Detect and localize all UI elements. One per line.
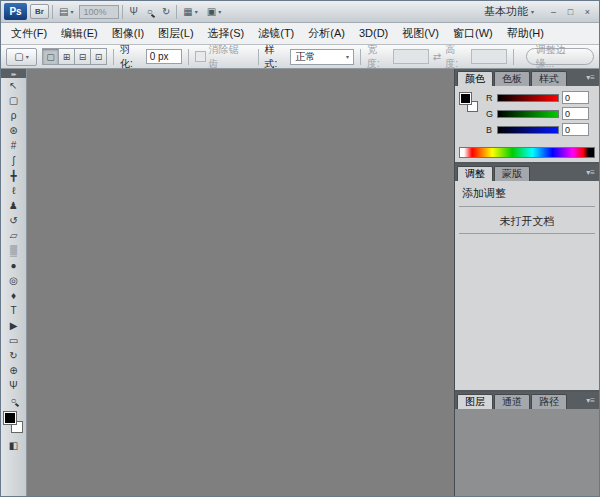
tool-eyedropper[interactable]: ʃ: [1, 153, 26, 168]
menu-item-edit[interactable]: 编辑(E): [54, 23, 105, 44]
menu-item-file[interactable]: 文件(F): [4, 23, 54, 44]
green-slider-row: G 0: [486, 107, 589, 120]
3d-rotate-tool-icon: ↻: [9, 351, 17, 361]
red-channel-label: R: [486, 93, 494, 103]
style-select[interactable]: 正常 ▾: [290, 49, 354, 65]
close-button[interactable]: ×: [581, 6, 594, 18]
maximize-button[interactable]: □: [564, 6, 577, 18]
blue-value-input[interactable]: 0: [562, 123, 589, 136]
history-brush-tool-icon: ↺: [9, 216, 17, 226]
zoom-tool-button[interactable]: ○: [144, 4, 156, 20]
tool-path-selection[interactable]: ▶: [1, 318, 26, 333]
tool-rectangular-marquee[interactable]: ▢: [1, 93, 26, 108]
color-swatch-widget: [459, 92, 483, 116]
tools-panel-header[interactable]: ▸▸: [1, 69, 26, 78]
height-label: 高度:: [445, 43, 468, 71]
separator: [513, 49, 514, 65]
tool-move[interactable]: ↖: [1, 78, 26, 93]
launch-bridge-button[interactable]: Br: [30, 4, 49, 19]
separator: [258, 49, 259, 65]
red-value-input[interactable]: 0: [562, 91, 589, 104]
panel-menu-icon[interactable]: ▾≡: [586, 73, 595, 82]
tab-masks[interactable]: 蒙版: [494, 166, 530, 181]
zoom-level-field[interactable]: 100%: [79, 5, 119, 19]
intersect-selection-button[interactable]: ⊡: [90, 48, 107, 65]
path-selection-tool-icon: ▶: [10, 321, 18, 331]
menu-item-analysis[interactable]: 分析(A): [301, 23, 352, 44]
menu-item-3d[interactable]: 3D(D): [352, 23, 395, 44]
tool-blur[interactable]: ●: [1, 258, 26, 273]
divider: [459, 206, 595, 207]
tool-spot-healing-brush[interactable]: ╋: [1, 168, 26, 183]
workspace-switcher[interactable]: 基本功能 ▾: [480, 4, 538, 19]
hand-tool-button[interactable]: Ψ: [126, 4, 140, 20]
tab-color[interactable]: 颜色: [457, 71, 493, 86]
menu-item-help[interactable]: 帮助(H): [500, 23, 551, 44]
antialias-checkbox[interactable]: [195, 51, 206, 62]
color-swatch-widget: [1, 410, 26, 438]
crop-tool-icon: #: [11, 141, 17, 151]
tool-pen[interactable]: ♦: [1, 288, 26, 303]
tool-zoom[interactable]: ○: [1, 393, 26, 408]
tab-styles[interactable]: 样式: [531, 71, 567, 86]
panel-menu-icon[interactable]: ▾≡: [586, 396, 595, 405]
tool-3d-orbit[interactable]: ⊕: [1, 363, 26, 378]
tool-clone-stamp[interactable]: ♟: [1, 198, 26, 213]
tool-eraser[interactable]: ▱: [1, 228, 26, 243]
tab-layers[interactable]: 图层: [457, 394, 493, 409]
tool-gradient[interactable]: ▒: [1, 243, 26, 258]
quick-mask-button[interactable]: ◧: [1, 438, 26, 453]
menu-item-view[interactable]: 视图(V): [395, 23, 446, 44]
clone-stamp-tool-icon: ♟: [9, 201, 18, 211]
tool-rectangle[interactable]: ▭: [1, 333, 26, 348]
view-extras-button[interactable]: ▤ ▾: [56, 4, 76, 20]
view-extras-icon: ▤: [59, 6, 68, 17]
tool-lasso[interactable]: ρ: [1, 108, 26, 123]
new-selection-button[interactable]: ▢: [42, 48, 59, 65]
color-spectrum-ramp[interactable]: [459, 147, 595, 158]
hand-tool-icon: Ψ: [9, 381, 17, 391]
foreground-color-swatch[interactable]: [460, 93, 471, 104]
red-slider-row: R 0: [486, 91, 589, 104]
tool-preset-picker[interactable]: ▢ ▾: [6, 48, 37, 66]
panel-dock: 颜色 色板 样式 ▾≡ R 0 G: [454, 69, 599, 496]
screen-mode-button[interactable]: ▣ ▾: [204, 4, 224, 20]
menu-item-layer[interactable]: 图层(L): [151, 23, 200, 44]
red-slider[interactable]: [497, 94, 559, 102]
tool-type[interactable]: T: [1, 303, 26, 318]
tool-hand[interactable]: Ψ: [1, 378, 26, 393]
rotate-view-button[interactable]: ↻: [159, 4, 173, 20]
menu-item-filter[interactable]: 滤镜(T): [251, 23, 301, 44]
blue-slider[interactable]: [497, 126, 559, 134]
tool-3d-rotate[interactable]: ↻: [1, 348, 26, 363]
tab-channels[interactable]: 通道: [494, 394, 530, 409]
panel-menu-icon[interactable]: ▾≡: [586, 168, 595, 177]
application-bar: Ps Br ▤ ▾ 100% Ψ ○ ↻ ▦ ▾ ▣ ▾ 基本功能 ▾: [1, 1, 599, 23]
tool-crop[interactable]: #: [1, 138, 26, 153]
subtract-from-selection-button[interactable]: ⊟: [74, 48, 91, 65]
layers-panel-group: 图层 通道 路径 ▾≡: [455, 392, 599, 496]
menu-item-image[interactable]: 图像(I): [105, 23, 151, 44]
tool-dodge[interactable]: ◎: [1, 273, 26, 288]
green-value-input[interactable]: 0: [562, 107, 589, 120]
color-panel-tabs: 颜色 色板 样式 ▾≡: [455, 69, 599, 86]
tab-paths[interactable]: 路径: [531, 394, 567, 409]
feather-input[interactable]: 0 px: [146, 49, 182, 64]
refine-edge-button: 调整边缘...: [526, 48, 594, 65]
tool-quick-selection[interactable]: ⊛: [1, 123, 26, 138]
tab-swatches[interactable]: 色板: [494, 71, 530, 86]
photoshop-logo[interactable]: Ps: [4, 3, 27, 20]
green-slider[interactable]: [497, 110, 559, 118]
arrange-documents-button[interactable]: ▦ ▾: [180, 4, 200, 20]
blur-tool-icon: ●: [10, 261, 16, 271]
menu-item-select[interactable]: 选择(S): [201, 23, 252, 44]
no-document-message: 未打开文档: [455, 214, 599, 229]
tool-brush[interactable]: ℓ: [1, 183, 26, 198]
menu-item-window[interactable]: 窗口(W): [446, 23, 500, 44]
minimize-button[interactable]: –: [547, 6, 560, 18]
tool-history-brush[interactable]: ↺: [1, 213, 26, 228]
tab-adjustments[interactable]: 调整: [457, 166, 493, 181]
add-to-selection-button[interactable]: ⊞: [58, 48, 75, 65]
foreground-color-swatch[interactable]: [4, 412, 16, 424]
eraser-tool-icon: ▱: [10, 231, 18, 241]
